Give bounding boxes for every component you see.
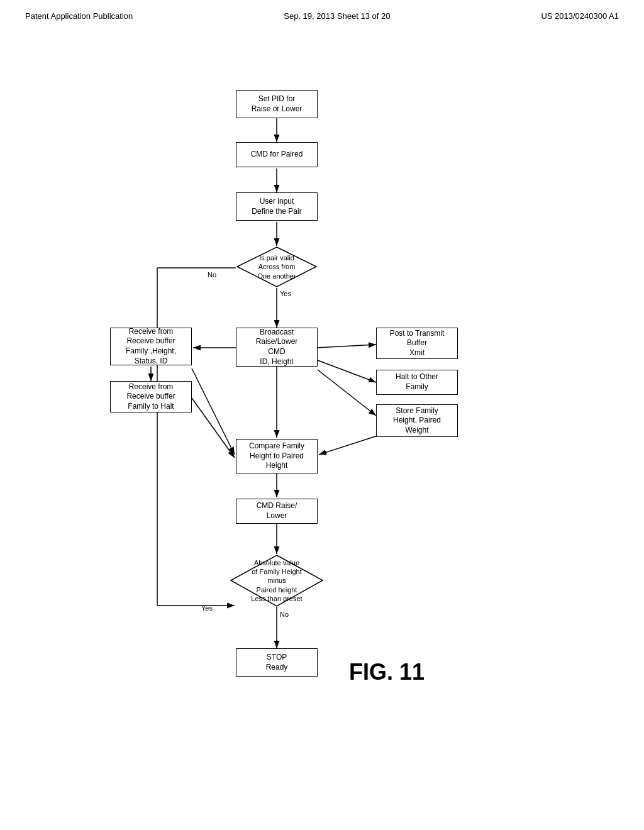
box-compare-family: Compare FamilyHeight to PairedHeight <box>236 439 318 473</box>
box-user-input: User inputDefine the Pair <box>236 192 318 221</box>
box-receive-halt-label: Receive fromReceive bufferFamily to Halt <box>126 382 175 412</box>
page-header: Patent Application Publication Sep. 19, … <box>0 0 644 27</box>
diamond-is-pair-label: Is pair validAcross fromOne another <box>257 253 296 280</box>
label-no-pair: No <box>208 271 216 279</box>
svg-line-13 <box>192 368 235 455</box>
box-broadcast-label: BroadcastRaise/LowerCMDID, Height <box>256 328 298 367</box>
svg-line-8 <box>318 345 376 348</box>
svg-line-14 <box>192 398 235 458</box>
diamond-absolute-value: Absolute valueof Family HeightminusPaire… <box>230 554 324 607</box>
header-left: Patent Application Publication <box>25 11 133 21</box>
label-no-abs: No <box>280 611 289 618</box>
box-post-transmit-label: Post to TransmitBufferXmit <box>390 329 445 358</box>
box-stop-ready-label: STOPReady <box>266 653 288 672</box>
svg-line-11 <box>318 370 376 416</box>
box-broadcast: BroadcastRaise/LowerCMDID, Height <box>236 328 318 367</box>
box-halt-other-label: Halt to OtherFamily <box>396 372 438 392</box>
header-center: Sep. 19, 2013 Sheet 13 of 20 <box>284 11 390 21</box>
box-compare-family-label: Compare FamilyHeight to PairedHeight <box>249 441 304 471</box>
svg-line-10 <box>318 360 376 382</box>
box-receive-family-label: Receive fromReceive bufferFamily ,Height… <box>126 327 176 366</box>
diagram-area: Set PID forRaise or Lower CMD for Paired… <box>0 27 644 794</box>
box-user-input-label: User inputDefine the Pair <box>252 197 301 216</box>
box-cmd-paired: CMD for Paired <box>236 142 318 167</box>
box-receive-family: Receive fromReceive bufferFamily ,Height… <box>110 328 192 365</box>
label-yes-abs: Yes <box>201 604 213 612</box>
diamond-is-pair-valid: Is pair validAcross fromOne another <box>236 246 318 288</box>
box-halt-other: Halt to OtherFamily <box>376 370 458 395</box>
box-set-pid-label: Set PID forRaise or Lower <box>252 94 303 114</box>
box-cmd-paired-label: CMD for Paired <box>251 150 303 160</box>
box-post-transmit: Post to TransmitBufferXmit <box>376 328 458 359</box>
diamond-absolute-label: Absolute valueof Family HeightminusPaire… <box>251 558 302 603</box>
box-receive-halt: Receive fromReceive bufferFamily to Halt <box>110 381 192 412</box>
box-store-family: Store FamilyHeight, PairedWeight <box>376 404 458 437</box>
box-set-pid: Set PID forRaise or Lower <box>236 90 318 118</box>
fig-label: FIG. 11 <box>349 659 425 685</box>
box-stop-ready: STOPReady <box>236 648 318 677</box>
box-store-family-label: Store FamilyHeight, PairedWeight <box>393 406 441 436</box>
box-cmd-raise-lower: CMD Raise/Lower <box>236 499 318 524</box>
box-cmd-raise-lower-label: CMD Raise/Lower <box>257 501 297 521</box>
svg-line-16 <box>319 436 377 455</box>
label-yes-pair: Yes <box>280 290 291 297</box>
header-right: US 2013/0240300 A1 <box>541 11 619 21</box>
